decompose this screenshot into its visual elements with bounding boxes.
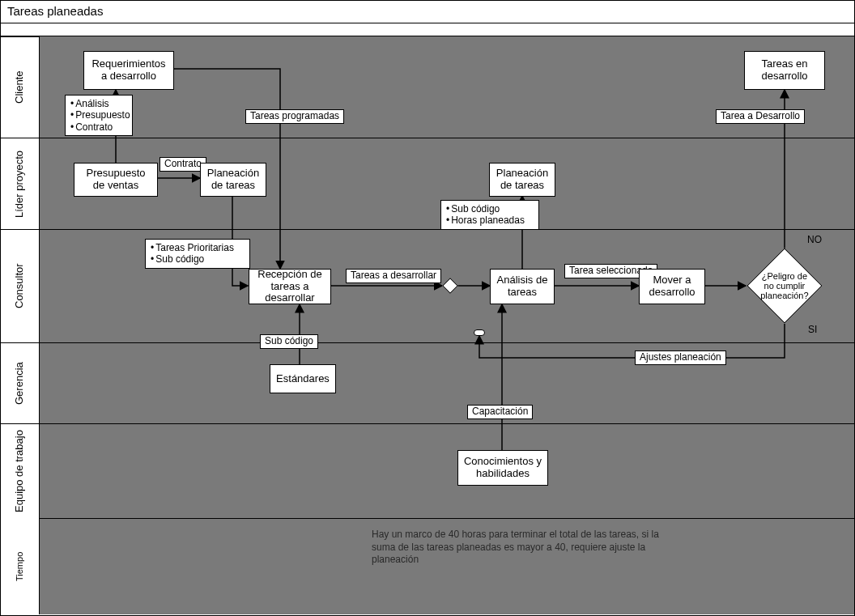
data-analisis-presupuesto-contrato: Análisis Presupuesto Contrato <box>65 95 133 136</box>
label-tareas-programadas: Tareas programadas <box>245 109 344 124</box>
bullet: Análisis <box>70 98 127 109</box>
diagram-title: Tareas planeadas <box>1 1 854 23</box>
diagram-canvas: Requerimientos a desarrollo Análisis Pre… <box>40 36 854 614</box>
bullet: Sub código <box>151 253 245 265</box>
label-subcodigo: Sub código <box>260 334 318 349</box>
box-conocimientos: Conocimientos y habilidades <box>457 450 548 486</box>
box-planeacion-1: Planeación de tareas <box>200 163 266 197</box>
data-subcodigo-horas: Sub código Horas planeadas <box>440 200 539 230</box>
diagram-body: Cliente Líder proyecto Consultor Gerenci… <box>1 36 854 614</box>
data-tareas-prioritarias: Tareas Prioritarias Sub código <box>145 239 250 269</box>
bullet: Sub código <box>446 203 534 215</box>
label-si: SI <box>808 325 817 336</box>
label-tarea-a-desarrollo: Tarea a Desarrollo <box>716 109 805 124</box>
label-tareas-a-desarrollar: Tareas a desarrollar <box>346 269 441 283</box>
label-capacitacion: Capacitación <box>467 405 533 419</box>
spacer <box>1 23 854 36</box>
lane-consultor: Consultor <box>1 229 39 342</box>
gateway-icon <box>442 278 458 294</box>
lane-labels: Cliente Líder proyecto Consultor Gerenci… <box>1 36 40 614</box>
bullet: Horas planeadas <box>446 215 534 226</box>
lane-sep <box>40 138 854 138</box>
box-tareas-desarrollo: Tareas en desarrollo <box>744 51 825 90</box>
lane-lider: Líder proyecto <box>1 138 39 229</box>
box-recepcion: Recepción de tareas a desarrollar <box>249 269 331 304</box>
bullet: Contrato <box>70 121 127 133</box>
box-presupuesto: Presupuesto de ventas <box>74 163 158 197</box>
box-mover: Mover a desarrollo <box>639 269 705 304</box>
lane-tiempo: Tiempo <box>1 518 39 614</box>
lane-sep <box>40 342 854 343</box>
bullet: Tareas Prioritarias <box>151 242 245 253</box>
box-requerimientos: Requerimientos a desarrollo <box>83 51 174 90</box>
lane-sep <box>40 518 854 519</box>
decision-text: ¿Peligro de no cumplir planeación? <box>759 271 810 300</box>
label-ajustes: Ajustes planeación <box>635 350 726 365</box>
lane-sep <box>40 423 854 424</box>
box-estandares: Estándares <box>270 364 336 393</box>
label-no: NO <box>807 235 822 246</box>
bullet: Presupuesto <box>70 109 127 121</box>
dock-icon <box>474 329 485 336</box>
note-tiempo: Hay un marco de 40 horas para terminar e… <box>372 529 679 567</box>
box-analisis: Análisis de tareas <box>490 269 555 304</box>
lane-equipo: Equipo de trabajo <box>1 423 39 518</box>
lane-cliente: Cliente <box>1 36 39 138</box>
diagram-frame: Tareas planeadas Cliente Líder proyecto … <box>0 0 855 616</box>
box-planeacion-2: Planeación de tareas <box>489 163 555 197</box>
lane-gerencia: Gerencia <box>1 342 39 423</box>
decision-peligro: ¿Peligro de no cumplir planeación? <box>747 248 822 323</box>
